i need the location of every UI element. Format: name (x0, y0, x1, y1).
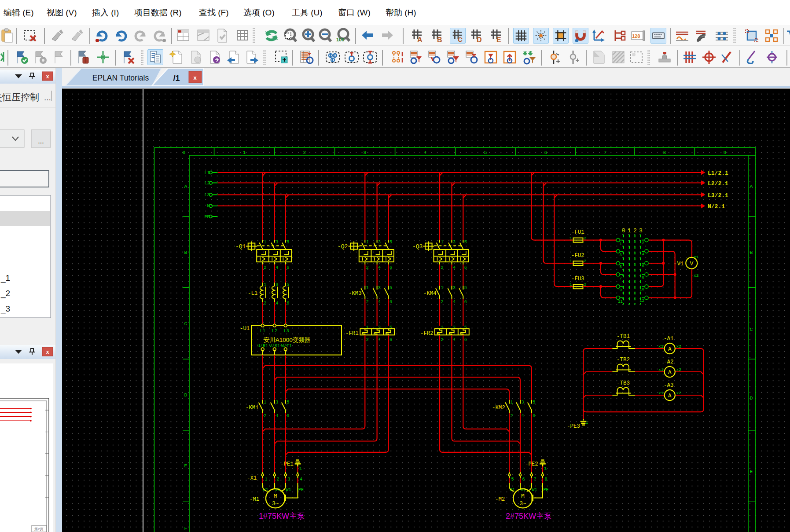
svg-text:V: V (690, 260, 693, 267)
svg-text:6: 6 (522, 477, 525, 482)
svg-text:3: 3 (639, 228, 643, 234)
svg-text:1: 1 (441, 286, 444, 290)
svg-text:2: 2 (264, 414, 266, 418)
svg-text:U1: U1 (510, 488, 515, 492)
svg-text:1: 1 (265, 477, 268, 482)
svg-text:5: 5 (620, 265, 622, 269)
svg-text:-PE2: -PE2 (525, 461, 538, 467)
svg-text:3~: 3~ (272, 500, 279, 507)
svg-text:-FU3: -FU3 (571, 276, 584, 282)
svg-text:4: 4 (453, 338, 456, 342)
svg-text:-TB2: -TB2 (617, 357, 630, 363)
svg-text:6: 6 (389, 265, 392, 270)
svg-text:2: 2 (642, 241, 644, 246)
svg-text:3: 3 (453, 240, 456, 245)
svg-text:4: 4 (300, 477, 302, 482)
svg-text:-M2: -M2 (495, 496, 505, 503)
svg-text:L1: L1 (204, 171, 209, 176)
svg-text:-FU1: -FU1 (571, 229, 584, 235)
svg-text:5: 5 (484, 150, 487, 155)
svg-text:2: 2 (264, 301, 266, 306)
svg-text:1: 1 (570, 259, 572, 264)
svg-text:4: 4 (522, 414, 524, 418)
svg-text:PE: PE (204, 215, 209, 220)
svg-text:2#75KW主泵: 2#75KW主泵 (506, 512, 552, 521)
svg-text:...: ... (38, 137, 44, 145)
svg-text:8: 8 (545, 477, 547, 482)
svg-text:2: 2 (366, 338, 369, 342)
svg-text:L2: L2 (272, 329, 277, 334)
svg-text:4: 4 (276, 265, 278, 270)
svg-text:N/2.1: N/2.1 (708, 203, 725, 210)
svg-text:1: 1 (264, 283, 266, 287)
svg-text:-V1: -V1 (674, 261, 683, 267)
svg-text:C: C (750, 327, 753, 332)
svg-text:-Q2: -Q2 (338, 243, 348, 250)
svg-text:5: 5 (464, 240, 467, 245)
svg-text:1: 1 (366, 286, 369, 290)
svg-text:L2: L2 (204, 181, 209, 186)
svg-text:3: 3 (522, 400, 524, 405)
svg-text:3: 3 (378, 240, 381, 245)
svg-text:12: 12 (639, 299, 644, 303)
svg-text:3: 3 (453, 286, 456, 290)
svg-text:4: 4 (378, 338, 381, 342)
svg-text:1: 1 (570, 236, 572, 241)
svg-text:3: 3 (288, 477, 290, 482)
svg-text:-U1: -U1 (240, 326, 250, 332)
svg-text:6: 6 (287, 265, 289, 270)
svg-text:L3: L3 (204, 193, 209, 198)
svg-text:-KM3: -KM3 (349, 290, 362, 297)
svg-text:x2: x2 (694, 273, 699, 278)
svg-text:4: 4 (378, 300, 381, 305)
svg-text:5: 5 (389, 286, 392, 290)
svg-text:2: 2 (277, 477, 279, 482)
svg-text:3: 3 (364, 150, 367, 155)
svg-text:L3/2.1: L3/2.1 (708, 192, 728, 199)
svg-text:U/R1: U/R1 (257, 344, 268, 349)
svg-text:C: C (458, 36, 463, 43)
svg-text:E: E (184, 463, 187, 469)
svg-text:-M1: -M1 (250, 496, 259, 503)
svg-text:3: 3 (276, 283, 278, 287)
svg-text:/1: /1 (173, 74, 180, 83)
svg-text:4: 4 (276, 414, 278, 418)
svg-text:L2/2.1: L2/2.1 (708, 180, 728, 187)
svg-text:1: 1 (441, 240, 444, 245)
svg-text:_3: _3 (0, 304, 10, 314)
svg-text:A: A (417, 36, 423, 44)
svg-text:B: B (437, 36, 442, 44)
svg-text:1: 1 (299, 466, 302, 471)
svg-text:-A3: -A3 (664, 382, 674, 389)
svg-text:6: 6 (389, 300, 392, 305)
svg-text:x2: x2 (676, 391, 682, 396)
svg-text:7: 7 (604, 150, 607, 155)
svg-text:1: 1 (628, 228, 631, 234)
svg-text:A: A (750, 183, 753, 189)
svg-text:6: 6 (464, 338, 467, 342)
svg-text:4: 4 (453, 300, 456, 305)
svg-text:-A2: -A2 (664, 359, 674, 365)
svg-text:5: 5 (287, 400, 289, 405)
svg-text:EPLAN Tutorials: EPLAN Tutorials (92, 73, 149, 82)
svg-text:E: E (496, 36, 501, 44)
svg-text:6: 6 (389, 338, 392, 342)
svg-text:4: 4 (276, 301, 278, 306)
svg-text:7: 7 (534, 477, 536, 482)
svg-text:5: 5 (511, 477, 514, 482)
svg-text:1: 1 (570, 282, 572, 287)
svg-text:_2: _2 (0, 289, 10, 298)
svg-text:9: 9 (724, 150, 727, 155)
svg-text:E: E (750, 469, 753, 474)
svg-text:F: F (184, 525, 187, 531)
svg-text:W/T1: W/T1 (281, 344, 292, 349)
svg-text:安川A1000变频器: 安川A1000变频器 (264, 337, 311, 343)
svg-text:...: ... (44, 93, 51, 102)
svg-text:B: B (184, 249, 187, 255)
svg-text:4: 4 (642, 252, 644, 257)
svg-text:5: 5 (389, 240, 392, 245)
svg-text:x2: x2 (676, 344, 682, 349)
svg-text:A: A (668, 393, 672, 399)
svg-text:U1: U1 (263, 488, 268, 492)
svg-text:D: D (750, 395, 753, 401)
